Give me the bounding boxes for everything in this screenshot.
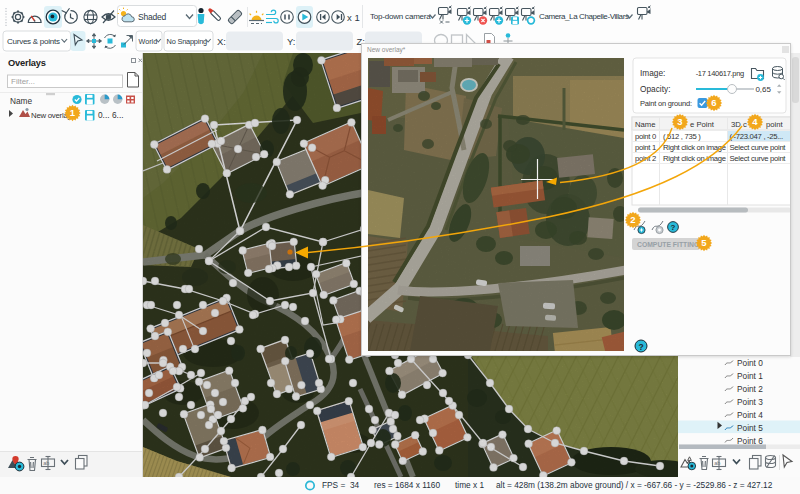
svg-text:ab: ab	[43, 460, 49, 466]
svg-text:Point 5: Point 5	[737, 423, 763, 433]
svg-text:point 2: point 2	[635, 154, 656, 163]
svg-text:New overlay: New overlay	[31, 111, 71, 120]
svg-text:COMPUTE FITTING: COMPUTE FITTING	[637, 241, 699, 248]
svg-text:Right click on image: Right click on image	[663, 143, 726, 152]
svg-text:ab: ab	[714, 460, 720, 466]
svg-text:point: point	[766, 120, 784, 129]
svg-text:0...: 0...	[98, 110, 110, 120]
svg-text:point 0: point 0	[635, 132, 656, 141]
svg-text:New overlay*: New overlay*	[367, 46, 406, 54]
svg-text:Curves & points: Curves & points	[7, 37, 60, 46]
svg-text:Point 1: Point 1	[737, 371, 763, 381]
svg-text:X:: X:	[217, 36, 226, 47]
svg-text:Overlays: Overlays	[8, 58, 46, 68]
svg-text:Point 6: Point 6	[737, 436, 763, 446]
svg-text:x 1: x 1	[347, 12, 360, 23]
svg-text:Name: Name	[635, 120, 656, 129]
svg-text:?: ?	[671, 223, 676, 232]
svg-text:Select curve point: Select curve point	[730, 154, 787, 163]
svg-text:6...: 6...	[112, 110, 124, 120]
svg-text:Right click on image: Right click on image	[663, 154, 726, 163]
svg-text:0,65: 0,65	[755, 85, 771, 94]
svg-text:Point 3: Point 3	[737, 397, 763, 407]
svg-text:Point 2: Point 2	[737, 384, 763, 394]
svg-text:3D c: 3D c	[731, 120, 747, 129]
svg-text:Paint on ground:: Paint on ground:	[640, 99, 692, 108]
svg-text:No Snapping: No Snapping	[167, 37, 208, 46]
svg-text:Point 0: Point 0	[737, 358, 763, 368]
svg-text:Shaded: Shaded	[138, 12, 167, 22]
svg-text:e Point: e Point	[690, 120, 715, 129]
svg-text:Opacity:: Opacity:	[640, 84, 670, 94]
svg-text:point 1: point 1	[635, 143, 656, 152]
svg-text:Image:: Image:	[640, 68, 665, 78]
svg-text:( 512 , 735 ): ( 512 , 735 )	[663, 132, 701, 141]
svg-text:Filter...: Filter...	[11, 77, 35, 86]
svg-text:( -723.047 , -25...: ( -723.047 , -25...	[730, 132, 783, 141]
svg-text:Point 4: Point 4	[737, 410, 763, 420]
svg-text:Select curve point: Select curve point	[730, 143, 787, 152]
svg-text:?: ?	[638, 342, 643, 352]
svg-text:-17 140617.png: -17 140617.png	[696, 69, 744, 78]
svg-text:World: World	[139, 37, 158, 46]
svg-text:Name: Name	[10, 96, 33, 106]
svg-text:Top-down camera: Top-down camera	[370, 12, 431, 21]
svg-text:Camera_La Chapelle-Villars: Camera_La Chapelle-Villars	[539, 12, 629, 21]
svg-text:Y:: Y:	[287, 36, 295, 47]
